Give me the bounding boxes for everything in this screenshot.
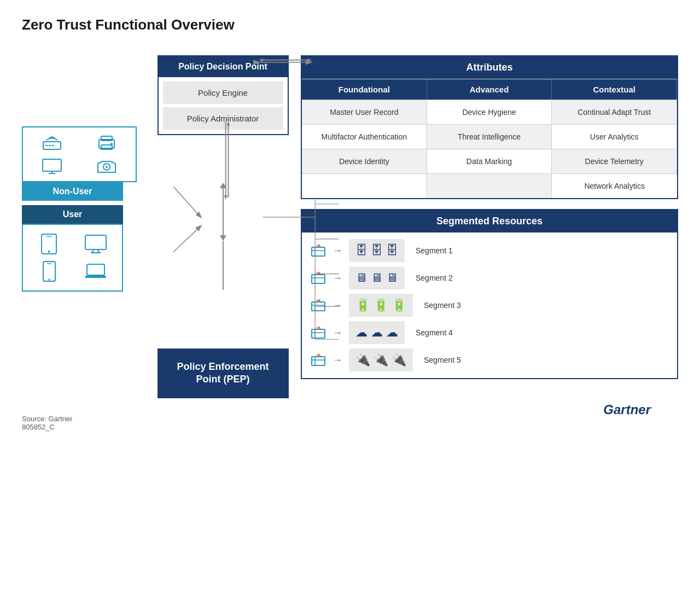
- cloud-icon-4a: ☁: [355, 326, 368, 340]
- svg-rect-50: [312, 247, 325, 256]
- segment-icons-1: 🗄 🗄 🗄: [349, 239, 405, 262]
- user-devices-box: [22, 224, 123, 292]
- segment-icons-4: ☁ ☁ ☁: [349, 321, 405, 344]
- svg-point-25: [51, 136, 53, 138]
- policy-administrator-item: Policy Administrator: [163, 107, 283, 130]
- attr-cell-r2c2: Threat Intelligence: [427, 124, 552, 149]
- segment-arrow-1: →: [332, 245, 342, 257]
- pdp-header: Policy Decision Point: [159, 56, 288, 77]
- source-id: 805852_C: [22, 423, 678, 431]
- network-icon-5c: 🔌: [392, 353, 406, 367]
- svg-point-44: [48, 279, 50, 281]
- attr-cell-r1c2: Device Hygiene: [427, 100, 552, 124]
- wifi-router-icon: [27, 134, 77, 152]
- segment-1-label: Segment 1: [416, 246, 459, 255]
- svg-point-35: [106, 166, 108, 168]
- svg-rect-49: [92, 276, 100, 278]
- camera-icon: [82, 157, 131, 175]
- segment-icons-3: 🔋 🔋 🔋: [349, 294, 413, 317]
- segmented-header: Segmented Resources: [302, 210, 677, 233]
- svg-point-37: [48, 251, 50, 253]
- printer-icon: [82, 134, 131, 152]
- desktop-icon: [75, 233, 117, 255]
- attr-cell-r3c1: Device Identity: [302, 149, 427, 173]
- attr-cell-r2c3: User Analytics: [552, 124, 677, 149]
- svg-point-29: [110, 143, 113, 145]
- segment-icons-2: 🖥 🖥 🖥: [349, 266, 405, 289]
- firewall-icon-1: [311, 243, 326, 258]
- svg-rect-56: [312, 302, 325, 311]
- svg-rect-59: [312, 329, 325, 338]
- segment-4-label: Segment 4: [416, 328, 459, 337]
- attr-cell-r1c1: Master User Record: [302, 100, 427, 124]
- server-icon-2c: 🖥: [386, 271, 398, 285]
- svg-rect-30: [43, 159, 61, 171]
- attr-cell-r4c2: [427, 173, 552, 198]
- cylinder-icon-3b: 🔋: [374, 298, 388, 312]
- db-icon-1c: 🗄: [386, 243, 398, 258]
- laptop-icon: [75, 260, 117, 282]
- segment-2-label: Segment 2: [416, 274, 459, 282]
- segment-arrow-2: →: [332, 272, 342, 284]
- server-icon-2a: 🖥: [355, 271, 368, 285]
- cylinder-icon-3a: 🔋: [355, 298, 370, 312]
- gartner-logo: Gartner: [603, 402, 651, 417]
- attr-cell-r1c3: Continual Adapt Trust: [552, 100, 677, 124]
- segment-row-1: → 🗄 🗄 🗄 Segment 1: [311, 239, 668, 262]
- svg-rect-43: [43, 262, 55, 281]
- segment-arrow-3: →: [332, 300, 342, 311]
- svg-rect-53: [312, 275, 325, 283]
- firewall-icon-3: [311, 298, 326, 313]
- svg-rect-46: [87, 264, 104, 275]
- segment-arrow-4: →: [332, 327, 342, 339]
- segmented-resources-box: Segmented Resources: [301, 209, 678, 379]
- server-icon-2b: 🖥: [371, 271, 383, 285]
- attr-cell-r2c1: Multifactor Authentication: [302, 124, 427, 149]
- segment-3-label: Segment 3: [424, 301, 468, 310]
- firewall-icon-5: [311, 352, 326, 368]
- non-user-devices-box: [22, 126, 137, 182]
- attributes-header: Attributes: [302, 56, 677, 79]
- pdp-box: Policy Decision Point Policy Engine Poli…: [158, 55, 289, 135]
- col-header-advanced: Advanced: [427, 79, 552, 100]
- cylinder-icon-3c: 🔋: [392, 298, 406, 312]
- user-label: User: [22, 205, 123, 224]
- tv-icon: [27, 157, 77, 175]
- segment-row-4: → ☁ ☁ ☁ Segment 4: [311, 321, 668, 344]
- segment-row-5: → 🔌 🔌 🔌 Segment 5: [311, 348, 668, 371]
- network-icon-5a: 🔌: [355, 353, 370, 367]
- segment-5-label: Segment 5: [424, 356, 468, 364]
- source-label: Source: Gartner: [22, 415, 678, 423]
- firewall-icon-2: [311, 270, 326, 286]
- cloud-icon-4c: ☁: [386, 326, 398, 340]
- network-icon-5b: 🔌: [374, 353, 388, 367]
- pep-box: Policy Enforcement Point (PEP): [158, 348, 289, 398]
- attributes-box: Attributes Foundational Advanced Context…: [301, 55, 678, 199]
- cloud-icon-4b: ☁: [371, 326, 383, 340]
- phone-icon: [28, 260, 70, 282]
- tablet-icon: [28, 233, 70, 255]
- attr-cell-r3c3: Device Telemetry: [552, 149, 677, 173]
- segment-row-3: → 🔋 🔋 🔋 Segment 3: [311, 294, 668, 317]
- db-icon-1a: 🗄: [355, 243, 368, 258]
- segment-row-2: → 🖥 🖥 🖥 Segment 2: [311, 266, 668, 289]
- policy-engine-item: Policy Engine: [163, 82, 283, 104]
- col-header-contextual: Contextual: [552, 79, 677, 100]
- attr-cell-r4c1: [302, 173, 427, 198]
- segment-icons-5: 🔌 🔌 🔌: [349, 348, 413, 371]
- svg-rect-62: [312, 357, 325, 365]
- svg-rect-39: [85, 235, 106, 249]
- col-header-foundational: Foundational: [302, 79, 427, 100]
- firewall-icon-4: [311, 325, 326, 340]
- attr-cell-r3c2: Data Marking: [427, 149, 552, 173]
- non-user-label: Non-User: [22, 182, 123, 201]
- segment-arrow-5: →: [332, 355, 342, 366]
- attr-cell-r4c3: Network Analytics: [552, 173, 677, 198]
- page-title: Zero Trust Functional Overview: [22, 16, 678, 33]
- db-icon-1b: 🗄: [371, 243, 383, 258]
